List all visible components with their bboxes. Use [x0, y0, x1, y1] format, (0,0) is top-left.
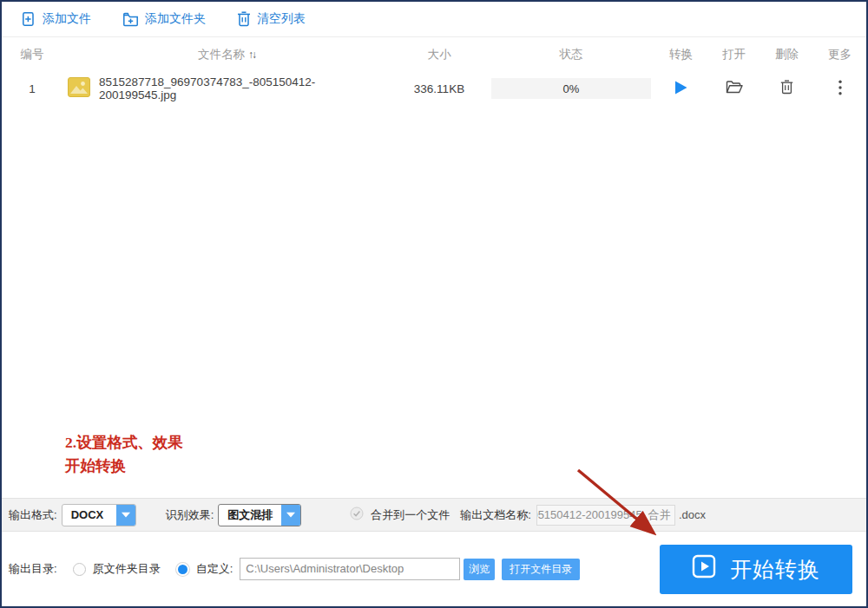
clear-list-label: 清空列表 [257, 11, 306, 27]
doc-name-label: 输出文档名称: [460, 507, 531, 523]
output-path-input[interactable]: C:\Users\Administrator\Desktop [240, 558, 460, 580]
table-row[interactable]: 1 8515287718_96970374783_-805150412-2001… [2, 72, 866, 105]
open-row-button[interactable] [707, 80, 760, 97]
row-size: 336.11KB [391, 82, 488, 95]
header-convert: 转换 [654, 47, 707, 62]
merge-checkbox[interactable]: 合并到一个文件 [350, 507, 450, 523]
more-dots-icon [838, 80, 842, 98]
sort-icon[interactable]: ↑↓ [248, 49, 255, 61]
annotation-text: 2.设置格式、效果 开始转换 [65, 431, 183, 478]
radio-original-folder[interactable] [73, 563, 86, 576]
format-bar: 输出格式: DOCX 识别效果: 图文混排 合并到一个文件 输出文档名称: 80… [2, 498, 866, 532]
output-dir-label: 输出目录: [9, 561, 57, 577]
table-header: 编号 文件名称 ↑↓ 大小 状态 转换 打开 删除 更多 [2, 37, 866, 72]
app-window: 添加文件 添加文件夹 清空列表 编号 文件名称 ↑↓ 大小 状态 转换 打开 删… [0, 0, 868, 608]
clear-list-button[interactable]: 清空列表 [237, 11, 306, 27]
header-open: 打开 [707, 47, 760, 62]
radio-original-label[interactable]: 原文件夹目录 [93, 561, 161, 577]
browse-button[interactable]: 浏览 [464, 559, 495, 580]
progress-bar: 0% [491, 78, 651, 99]
start-convert-label: 开始转换 [730, 555, 820, 584]
more-row-button[interactable] [813, 80, 866, 98]
header-index: 编号 [2, 47, 62, 62]
play-square-icon [692, 554, 716, 584]
add-file-button[interactable]: 添加文件 [21, 11, 91, 27]
radio-custom-label[interactable]: 自定义: [196, 561, 233, 577]
image-file-icon [68, 77, 90, 100]
header-status: 状态 [488, 47, 654, 62]
merge-label: 合并到一个文件 [371, 507, 450, 523]
row-filename-cell: 8515287718_96970374783_-805150412-200199… [62, 75, 391, 101]
circle-check-icon [350, 507, 364, 523]
chevron-down-icon [281, 505, 300, 526]
row-index: 1 [2, 82, 62, 95]
trash-row-icon [780, 80, 793, 97]
add-folder-button[interactable]: 添加文件夹 [122, 11, 206, 27]
header-more: 更多 [813, 47, 866, 62]
doc-name-input[interactable]: 805150412-200199545_合并 [536, 505, 675, 526]
doc-name-suffix: .docx [679, 508, 706, 521]
output-format-select[interactable]: DOCX [62, 504, 136, 526]
header-size: 大小 [391, 47, 488, 62]
add-folder-icon [122, 12, 139, 27]
play-icon [674, 80, 688, 98]
add-folder-label: 添加文件夹 [145, 11, 206, 27]
toolbar: 添加文件 添加文件夹 清空列表 [2, 2, 866, 37]
header-delete: 删除 [760, 47, 813, 62]
add-file-icon [21, 11, 36, 27]
output-format-value: DOCX [62, 505, 116, 526]
recognition-select[interactable]: 图文混排 [218, 504, 301, 526]
delete-row-button[interactable] [760, 80, 813, 97]
output-format-label: 输出格式: [9, 507, 57, 523]
trash-icon [237, 11, 251, 27]
row-status-cell: 0% [488, 78, 654, 99]
row-filename: 8515287718_96970374783_-805150412-200199… [99, 75, 391, 101]
recognition-value: 图文混排 [219, 505, 281, 526]
output-bar: 输出目录: 原文件夹目录 自定义: C:\Users\Administrator… [2, 532, 866, 606]
open-folder-icon [726, 80, 743, 97]
chevron-down-icon [116, 505, 135, 526]
radio-custom[interactable] [176, 563, 189, 576]
open-output-dir-button[interactable]: 打开文件目录 [502, 559, 580, 580]
start-convert-button[interactable]: 开始转换 [660, 545, 852, 594]
recognition-label: 识别效果: [166, 507, 214, 523]
convert-row-button[interactable] [654, 80, 707, 98]
add-file-label: 添加文件 [43, 11, 91, 27]
progress-text: 0% [563, 82, 580, 95]
header-filename[interactable]: 文件名称 ↑↓ [62, 47, 391, 62]
